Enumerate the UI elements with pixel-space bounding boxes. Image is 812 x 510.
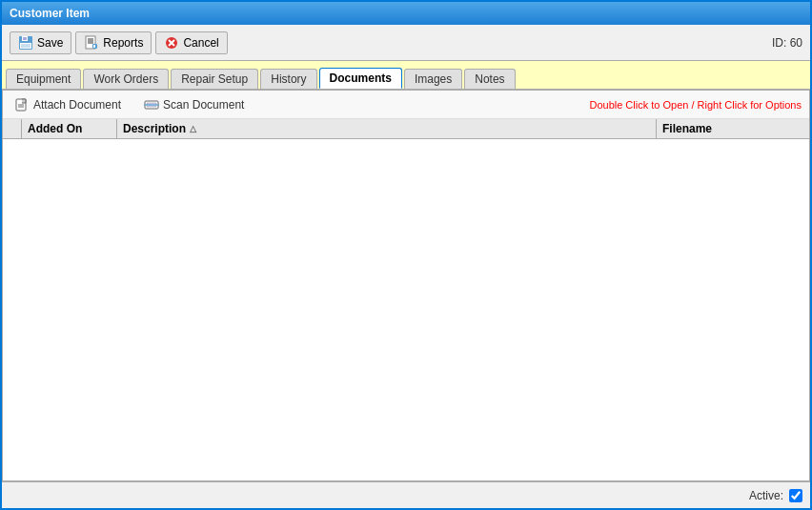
main-window: Customer Item Save Reports (0, 0, 812, 510)
tab-repair-setup[interactable]: Repair Setup (171, 69, 258, 89)
reports-icon (84, 35, 99, 51)
tab-documents[interactable]: Documents (319, 68, 402, 89)
attach-document-button[interactable]: Attach Document (10, 95, 125, 114)
scan-document-button[interactable]: Scan Document (140, 95, 248, 114)
sort-arrow-icon: △ (190, 124, 196, 133)
tab-history[interactable]: History (260, 69, 316, 89)
attach-label: Attach Document (33, 98, 121, 112)
window-title: Customer Item (10, 7, 90, 20)
cancel-label: Cancel (183, 36, 218, 50)
cancel-button[interactable]: Cancel (155, 31, 227, 54)
tab-work-orders[interactable]: Work Orders (83, 69, 169, 89)
tab-images[interactable]: Images (404, 69, 462, 89)
cancel-icon (164, 35, 179, 51)
toolbar: Save Reports Cancel ID: 60 (2, 25, 810, 61)
scan-icon (144, 97, 159, 112)
col-select (3, 119, 22, 138)
hint-text: Double Click to Open / Right Click for O… (589, 99, 802, 111)
col-filename[interactable]: Filename (657, 119, 809, 138)
action-bar: Attach Document Scan Document Double Cli… (3, 91, 809, 119)
tabs-bar: Equipment Work Orders Repair Setup Histo… (2, 61, 810, 90)
tab-equipment[interactable]: Equipment (6, 69, 81, 89)
status-bar: Active: (2, 481, 810, 508)
active-checkbox[interactable] (789, 489, 802, 502)
save-button[interactable]: Save (10, 31, 71, 54)
save-label: Save (37, 36, 63, 50)
save-icon (18, 35, 33, 51)
table-header: Added On Description △ Filename (3, 119, 809, 139)
content-area: Attach Document Scan Document Double Cli… (2, 90, 810, 481)
svg-rect-2 (23, 37, 27, 40)
title-bar: Customer Item (2, 2, 810, 25)
table-body (3, 139, 809, 480)
col-description[interactable]: Description △ (117, 119, 657, 138)
svg-rect-4 (21, 44, 30, 48)
reports-label: Reports (103, 36, 143, 50)
col-added-on[interactable]: Added On (22, 119, 117, 138)
attach-icon (14, 97, 30, 112)
active-label: Active: (749, 489, 783, 502)
scan-label: Scan Document (163, 98, 244, 112)
record-id: ID: 60 (772, 36, 802, 50)
reports-button[interactable]: Reports (75, 31, 152, 54)
tab-notes[interactable]: Notes (464, 69, 515, 89)
